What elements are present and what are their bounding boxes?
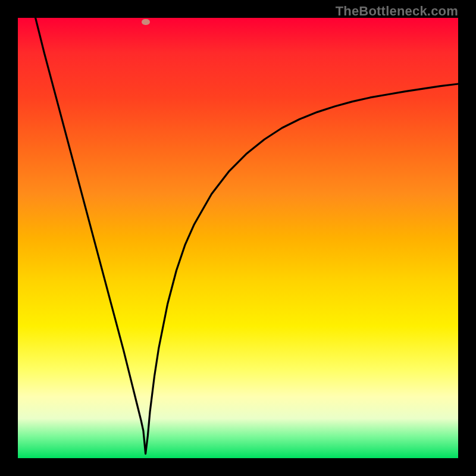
plot-area [18, 18, 458, 458]
optimal-point-marker [142, 19, 150, 25]
chart-container: TheBottleneck.com [0, 0, 476, 476]
bottleneck-curve [18, 18, 458, 458]
watermark: TheBottleneck.com [336, 4, 458, 19]
